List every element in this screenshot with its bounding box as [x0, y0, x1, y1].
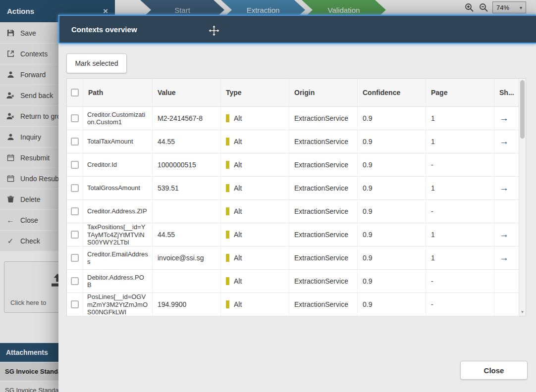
table-row: TotalGrossAmount 539.51 Alt ExtractionSe… [67, 177, 520, 200]
mark-selected-button[interactable]: Mark selected [66, 53, 127, 73]
cell-path: Creditor.EmailAddress [83, 246, 152, 269]
row-checkbox-cell [67, 270, 83, 293]
cell-path: Debitor.Address.POB [83, 270, 152, 293]
row-checkbox-cell [67, 130, 83, 153]
goto-page-arrow-icon[interactable]: → [499, 183, 509, 194]
cell-origin: ExtractionService [289, 107, 357, 130]
cell-show: → [494, 223, 520, 246]
cell-show: → [494, 130, 520, 153]
table-row: PosLines[__id=OGVmZmY3M2YtZmJmOS00NGFkLW… [67, 293, 520, 316]
row-checkbox[interactable] [71, 184, 79, 192]
cell-confidence: 0.9 [357, 107, 426, 130]
type-marker-icon [226, 254, 229, 262]
row-checkbox[interactable] [71, 161, 79, 169]
column-header: Value [152, 79, 220, 106]
row-checkbox[interactable] [71, 300, 79, 308]
table-row: Debitor.Address.POB Alt ExtractionServic… [67, 270, 520, 293]
type-marker-icon [226, 161, 229, 169]
table-row: TotalTaxAmount 44.55 Alt ExtractionServi… [67, 130, 520, 153]
cell-origin: ExtractionService [289, 130, 357, 153]
cell-type: Alt [220, 153, 289, 176]
type-marker-icon [226, 184, 229, 192]
type-marker-icon [226, 231, 229, 239]
type-marker-icon [226, 138, 229, 146]
cell-confidence: 0.9 [357, 177, 426, 199]
cell-value: M2-2414567-8 [152, 107, 220, 130]
cell-origin: ExtractionService [289, 200, 357, 223]
cell-type: Alt [220, 223, 289, 246]
cell-origin: ExtractionService [289, 223, 357, 246]
cell-type: Alt [220, 200, 289, 223]
cell-origin: ExtractionService [289, 177, 357, 199]
scrollbar-thumb[interactable] [520, 80, 525, 139]
cell-value: 44.55 [152, 223, 220, 246]
cell-origin: ExtractionService [289, 153, 357, 176]
row-checkbox[interactable] [71, 231, 79, 239]
cell-type: Alt [220, 107, 289, 130]
type-marker-icon [226, 277, 229, 285]
cell-page: 1 [426, 107, 494, 130]
table-scrollbar[interactable]: ▼ [519, 79, 526, 316]
type-marker-icon [226, 207, 229, 215]
row-checkbox[interactable] [71, 277, 79, 285]
table-row: Creditor.Id 1000000515 Alt ExtractionSer… [67, 153, 520, 177]
select-all-checkbox[interactable] [71, 89, 79, 97]
scrollbar-down-icon[interactable]: ▼ [519, 308, 526, 315]
contexts-overview-modal: Contexts overview Mark selected Path Val… [58, 15, 536, 392]
cell-confidence: 0.9 [357, 130, 426, 153]
goto-page-arrow-icon[interactable]: → [499, 252, 509, 263]
column-header: Page [426, 79, 494, 106]
row-checkbox[interactable] [71, 254, 79, 262]
row-checkbox-cell [67, 107, 83, 130]
row-checkbox-cell [67, 293, 83, 316]
cell-show: → [494, 293, 520, 316]
cell-type: Alt [220, 246, 289, 269]
row-checkbox-cell [67, 177, 83, 199]
cell-show: → [494, 200, 520, 223]
cell-page: 1 [426, 223, 494, 246]
cell-confidence: 0.9 [357, 153, 426, 176]
cell-path: Creditor.Id [83, 153, 152, 176]
cell-confidence: 0.9 [357, 223, 426, 246]
goto-page-arrow-icon[interactable]: → [499, 136, 509, 147]
contexts-table: Path Value Type Origin Confidence Page S… [66, 78, 526, 316]
table-row: Creditor.Customization.Custom1 M2-241456… [67, 107, 520, 130]
cell-page: - [426, 293, 494, 316]
cell-page: - [426, 270, 494, 293]
cell-value: 194.9900 [152, 293, 220, 316]
screen: Start Extraction Validation 74% ▾ [0, 0, 536, 392]
cell-confidence: 0.9 [357, 293, 426, 316]
cell-value [152, 270, 220, 293]
cell-type: Alt [220, 270, 289, 293]
select-all-cell [67, 79, 83, 106]
column-header: Path [83, 79, 152, 106]
cell-show: → [494, 246, 520, 269]
table-body: Creditor.Customization.Custom1 M2-241456… [67, 107, 526, 316]
cell-page: - [426, 153, 494, 176]
row-checkbox-cell [67, 200, 83, 223]
cell-path: TotalGrossAmount [83, 177, 152, 199]
type-marker-icon [226, 300, 229, 308]
goto-page-arrow-icon[interactable]: → [499, 229, 509, 240]
table-row: TaxPositions[__id=YTAyMTc4ZjYtMTViNS00YW… [67, 223, 520, 246]
cell-path: Creditor.Address.ZIP [83, 200, 152, 223]
close-button-label: Close [484, 366, 504, 375]
close-button[interactable]: Close [460, 361, 528, 380]
move-cursor-icon [208, 25, 220, 38]
cell-type: Alt [220, 293, 289, 316]
column-header: Origin [289, 79, 357, 106]
row-checkbox[interactable] [71, 114, 79, 122]
row-checkbox[interactable] [71, 207, 79, 215]
mark-selected-label: Mark selected [75, 59, 118, 67]
cell-path: Creditor.Customization.Custom1 [83, 107, 152, 130]
table-row: Creditor.EmailAddress invoice@ssi.sg Alt… [67, 246, 520, 270]
cell-show: → [494, 153, 520, 176]
cell-value: 1000000515 [152, 153, 220, 176]
goto-page-arrow-icon[interactable]: → [499, 113, 509, 124]
column-header: Sh... [494, 79, 520, 106]
cell-confidence: 0.9 [357, 246, 426, 269]
row-checkbox[interactable] [71, 138, 79, 146]
modal-title-bar[interactable]: Contexts overview [58, 15, 536, 44]
cell-value: invoice@ssi.sg [152, 246, 220, 269]
cell-value: 539.51 [152, 177, 220, 199]
